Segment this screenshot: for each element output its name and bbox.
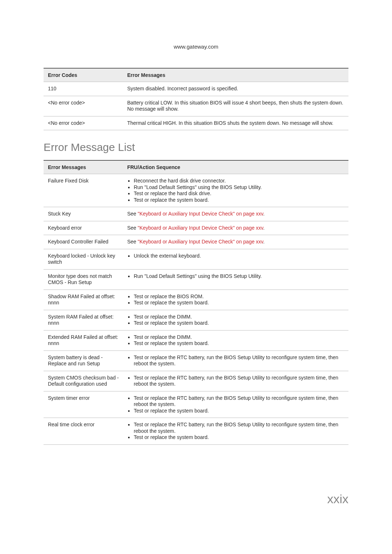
page-number: xxix xyxy=(44,492,348,506)
action-list: Reconnect the hard disk drive connector.… xyxy=(127,178,345,203)
error-message-cell: Keyboard Controller Failed xyxy=(44,235,123,249)
table-row: Failure Fixed DiskReconnect the hard dis… xyxy=(44,174,348,207)
th-error-messages-2: Error Messages xyxy=(44,160,123,174)
fru-action-cell: Test or replace the RTC battery, run the… xyxy=(123,350,348,371)
action-list: Run "Load Default Settings" using the BI… xyxy=(127,273,345,280)
error-message-cell: Keyboard error xyxy=(44,221,123,235)
action-list: Test or replace the RTC battery, run the… xyxy=(127,375,345,387)
error-code-cell: 110 xyxy=(44,82,123,96)
action-list: Test or replace the RTC battery, run the… xyxy=(127,395,345,414)
action-list: Test or replace the BIOS ROM.Test or rep… xyxy=(127,294,345,306)
section-title: Error Message List xyxy=(44,141,348,153)
fru-action-cell: Run "Load Default Settings" using the BI… xyxy=(123,269,348,290)
action-item: Test or replace the RTC battery, run the… xyxy=(134,422,345,434)
action-item: Test or replace the RTC battery, run the… xyxy=(134,354,345,367)
table-row: <No error code>Battery critical LOW. In … xyxy=(44,96,348,116)
error-message-cell: System disabled. Incorrect password is s… xyxy=(123,82,348,96)
fru-action-cell: Unlock the external keyboard. xyxy=(123,249,348,269)
table-row: System CMOS checksum bad - Default confi… xyxy=(44,371,348,391)
fru-action-cell: Test or replace the BIOS ROM.Test or rep… xyxy=(123,290,348,310)
action-item: Test or replace the system board. xyxy=(134,434,345,441)
table-row: Keyboard Controller FailedSee "Keyboard … xyxy=(44,235,348,249)
table-row: Monitor type does not match CMOS - Run S… xyxy=(44,269,348,290)
cross-ref-link[interactable]: "Keyboard or Auxiliary Input Device Chec… xyxy=(138,225,263,231)
error-message-cell: Failure Fixed Disk xyxy=(44,174,123,207)
action-list: Test or replace the RTC battery, run the… xyxy=(127,354,345,367)
fru-action-cell: Test or replace the RTC battery, run the… xyxy=(123,371,348,391)
error-message-cell: Monitor type does not match CMOS - Run S… xyxy=(44,269,123,290)
error-message-cell: Extended RAM Failed at offset: nnnn xyxy=(44,330,123,350)
link-suffix: . xyxy=(263,239,265,245)
action-item: Test or replace the system board. xyxy=(134,197,345,204)
fru-action-cell: Test or replace the RTC battery, run the… xyxy=(123,418,348,445)
action-item: Test or replace the BIOS ROM. xyxy=(134,294,345,300)
th-error-codes: Error Codes xyxy=(44,68,123,82)
action-item: Unlock the external keyboard. xyxy=(134,253,345,259)
fru-action-cell: See "Keyboard or Auxiliary Input Device … xyxy=(123,207,348,221)
error-message-list-table: Error Messages FRU/Action Sequence Failu… xyxy=(44,160,348,445)
action-item: Test or replace the system board. xyxy=(134,408,345,414)
error-message-cell: Battery critical LOW. In this situation … xyxy=(123,96,348,116)
error-message-cell: Thermal critical HIGH. In this situation… xyxy=(123,116,348,130)
action-list: Unlock the external keyboard. xyxy=(127,253,345,259)
cross-ref-link[interactable]: "Keyboard or Auxiliary Input Device Chec… xyxy=(138,211,263,217)
action-item: Run "Load Default Settings" using the BI… xyxy=(134,273,345,280)
table-row: Keyboard errorSee "Keyboard or Auxiliary… xyxy=(44,221,348,235)
link-suffix: . xyxy=(263,225,265,231)
error-code-cell: <No error code> xyxy=(44,96,123,116)
fru-action-cell: See "Keyboard or Auxiliary Input Device … xyxy=(123,221,348,235)
action-item: Test or replace the DIMM. xyxy=(134,334,345,341)
link-suffix: . xyxy=(263,211,265,217)
action-list: Test or replace the DIMM.Test or replace… xyxy=(127,314,345,327)
table-row: Real time clock errorTest or replace the… xyxy=(44,418,348,445)
error-message-cell: Shadow RAM Failed at offset: nnnn xyxy=(44,290,123,310)
table-row: System battery is dead - Replace and run… xyxy=(44,350,348,371)
table-row: Stuck KeySee "Keyboard or Auxiliary Inpu… xyxy=(44,207,348,221)
error-message-cell: Real time clock error xyxy=(44,418,123,445)
table-row: System RAM Failed at offset: nnnnTest or… xyxy=(44,310,348,330)
link-prefix: See xyxy=(127,239,138,245)
th-fru-action: FRU/Action Sequence xyxy=(123,160,348,174)
action-item: Test or replace the DIMM. xyxy=(134,314,345,320)
action-item: Test or replace the hard disk drive. xyxy=(134,190,345,197)
action-list: Test or replace the DIMM.Test or replace… xyxy=(127,334,345,347)
error-message-cell: System RAM Failed at offset: nnnn xyxy=(44,310,123,330)
table-row: <No error code>Thermal critical HIGH. In… xyxy=(44,116,348,130)
header-url: www.gateway.com xyxy=(44,44,348,50)
table-row: Extended RAM Failed at offset: nnnnTest … xyxy=(44,330,348,350)
error-code-cell: <No error code> xyxy=(44,116,123,130)
fru-action-cell: Reconnect the hard disk drive connector.… xyxy=(123,174,348,207)
action-item: Test or replace the system board. xyxy=(134,340,345,347)
th-error-messages: Error Messages xyxy=(123,68,348,82)
fru-action-cell: Test or replace the DIMM.Test or replace… xyxy=(123,330,348,350)
action-item: Test or replace the RTC battery, run the… xyxy=(134,375,345,387)
error-message-cell: System CMOS checksum bad - Default confi… xyxy=(44,371,123,391)
action-item: Test or replace the system board. xyxy=(134,320,345,327)
cross-ref-link[interactable]: "Keyboard or Auxiliary Input Device Chec… xyxy=(138,239,263,245)
table-row: Shadow RAM Failed at offset: nnnnTest or… xyxy=(44,290,348,310)
table-row: 110System disabled. Incorrect password i… xyxy=(44,82,348,96)
error-message-cell: System timer error xyxy=(44,391,123,418)
action-item: Reconnect the hard disk drive connector. xyxy=(134,178,345,184)
link-prefix: See xyxy=(127,211,138,217)
action-list: Test or replace the RTC battery, run the… xyxy=(127,422,345,441)
error-message-cell: Stuck Key xyxy=(44,207,123,221)
action-item: Test or replace the RTC battery, run the… xyxy=(134,395,345,408)
error-message-cell: Keyboard locked - Unlock key switch xyxy=(44,249,123,269)
error-codes-table: Error Codes Error Messages 110System dis… xyxy=(44,68,348,130)
fru-action-cell: See "Keyboard or Auxiliary Input Device … xyxy=(123,235,348,249)
fru-action-cell: Test or replace the DIMM.Test or replace… xyxy=(123,310,348,330)
table-row: System timer errorTest or replace the RT… xyxy=(44,391,348,418)
link-prefix: See xyxy=(127,225,138,231)
action-item: Test or replace the system board. xyxy=(134,300,345,306)
action-item: Run "Load Default Settings" using the BI… xyxy=(134,184,345,191)
fru-action-cell: Test or replace the RTC battery, run the… xyxy=(123,391,348,418)
error-message-cell: System battery is dead - Replace and run… xyxy=(44,350,123,371)
table-row: Keyboard locked - Unlock key switchUnloc… xyxy=(44,249,348,269)
